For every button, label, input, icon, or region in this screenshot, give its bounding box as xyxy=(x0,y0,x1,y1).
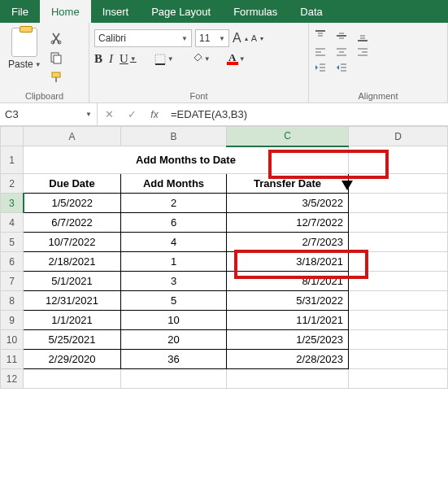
col-header-b[interactable]: B xyxy=(121,127,227,146)
cell[interactable]: 2/18/2021 xyxy=(24,252,121,272)
cell[interactable]: 3 xyxy=(121,272,227,291)
align-right-button[interactable] xyxy=(356,47,369,57)
cell[interactable] xyxy=(349,311,448,330)
row-header[interactable]: 4 xyxy=(1,213,24,233)
row-header[interactable]: 11 xyxy=(1,350,24,369)
cell[interactable]: 12/7/2022 xyxy=(227,213,349,233)
tab-data[interactable]: Data xyxy=(289,0,333,23)
cell[interactable] xyxy=(349,272,448,291)
cell[interactable]: 11/1/2021 xyxy=(227,311,349,330)
row-header[interactable]: 12 xyxy=(1,369,24,389)
cell[interactable]: 1/25/2023 xyxy=(227,330,349,350)
header-add-months[interactable]: Add Months xyxy=(121,174,227,194)
row-header[interactable]: 2 xyxy=(1,174,24,194)
shrink-font-button[interactable]: A xyxy=(251,33,257,43)
row-header[interactable]: 1 xyxy=(1,146,24,174)
decrease-indent-button[interactable] xyxy=(314,62,327,73)
cell[interactable] xyxy=(349,174,448,194)
font-size-combo[interactable]: 11 ▼ xyxy=(195,29,229,47)
cell[interactable] xyxy=(349,291,448,311)
cell[interactable]: 6 xyxy=(121,213,227,233)
row-header[interactable]: 3 xyxy=(1,194,24,213)
cell[interactable] xyxy=(349,369,448,389)
align-middle-button[interactable] xyxy=(335,29,348,42)
cell[interactable]: 10/7/2022 xyxy=(24,233,121,252)
row-header[interactable]: 10 xyxy=(1,330,24,350)
formula-enter-button[interactable]: ✓ xyxy=(120,108,143,120)
select-all-corner[interactable] xyxy=(1,127,24,146)
svg-rect-4 xyxy=(52,72,60,77)
name-box[interactable]: C3 ▼ xyxy=(0,103,98,125)
cut-button[interactable] xyxy=(48,31,64,46)
cell[interactable] xyxy=(349,146,448,174)
chevron-down-icon: ▼ xyxy=(219,35,225,42)
cell[interactable] xyxy=(349,194,448,213)
col-header-c[interactable]: C xyxy=(227,127,349,146)
col-header-a[interactable]: A xyxy=(24,127,121,146)
col-header-d[interactable]: D xyxy=(349,127,448,146)
bold-button[interactable]: B xyxy=(94,52,102,66)
font-color-button[interactable]: A ▼ xyxy=(227,54,246,65)
format-painter-button[interactable] xyxy=(48,70,64,85)
font-name-combo[interactable]: Calibri ▼ xyxy=(94,29,192,47)
cell[interactable] xyxy=(349,213,448,233)
row-header[interactable]: 8 xyxy=(1,291,24,311)
italic-button[interactable]: I xyxy=(109,52,113,66)
row-header[interactable]: 7 xyxy=(1,272,24,291)
align-bottom-button[interactable] xyxy=(356,29,369,42)
cell-c3[interactable]: 3/5/2022 xyxy=(227,194,349,213)
cell[interactable]: 36 xyxy=(121,350,227,369)
cell[interactable]: 20 xyxy=(121,330,227,350)
row-header[interactable]: 9 xyxy=(1,311,24,330)
cell-a3[interactable]: 1/5/2022 xyxy=(24,194,121,213)
cell[interactable] xyxy=(24,369,121,389)
cell[interactable]: 1 xyxy=(121,252,227,272)
row-header[interactable]: 5 xyxy=(1,233,24,252)
formula-cancel-button[interactable]: ✕ xyxy=(98,108,120,120)
underline-button[interactable]: U▼ xyxy=(120,52,137,66)
group-label-alignment: Alignment xyxy=(314,89,442,101)
cell[interactable]: 6/7/2022 xyxy=(24,213,121,233)
cell[interactable]: 2/28/2023 xyxy=(227,350,349,369)
increase-indent-button[interactable] xyxy=(335,62,348,73)
tab-page-layout[interactable]: Page Layout xyxy=(140,0,222,23)
insert-function-button[interactable]: fx xyxy=(143,109,166,120)
cell[interactable]: 10 xyxy=(121,311,227,330)
cell[interactable]: 4 xyxy=(121,233,227,252)
cell[interactable]: 5 xyxy=(121,291,227,311)
cell[interactable] xyxy=(349,252,448,272)
cell[interactable]: 5/1/2021 xyxy=(24,272,121,291)
align-top-button[interactable] xyxy=(314,29,327,42)
cell[interactable] xyxy=(349,350,448,369)
tab-home[interactable]: Home xyxy=(40,0,91,23)
cell[interactable]: 1/1/2021 xyxy=(24,311,121,330)
cell[interactable]: 5/25/2021 xyxy=(24,330,121,350)
sheet-title[interactable]: Add Months to Date xyxy=(24,146,349,174)
tab-insert[interactable]: Insert xyxy=(91,0,141,23)
copy-button[interactable] xyxy=(48,50,64,65)
cell[interactable]: 2/29/2020 xyxy=(24,350,121,369)
cell[interactable]: 2/7/2023 xyxy=(227,233,349,252)
header-due-date[interactable]: Due Date xyxy=(24,174,121,194)
cell[interactable] xyxy=(121,369,227,389)
cell[interactable]: 12/31/2021 xyxy=(24,291,121,311)
align-left-button[interactable] xyxy=(314,47,327,57)
fill-color-button[interactable]: ▼ xyxy=(192,53,211,65)
align-center-button[interactable] xyxy=(335,47,348,57)
borders-button[interactable]: ▼ xyxy=(154,54,174,65)
cell[interactable] xyxy=(227,369,349,389)
ribbon-group-alignment: Alignment xyxy=(309,23,448,102)
row-header[interactable]: 6 xyxy=(1,252,24,272)
tab-formulas[interactable]: Formulas xyxy=(222,0,289,23)
cell[interactable] xyxy=(349,233,448,252)
grow-font-button[interactable]: A xyxy=(233,31,241,46)
paste-button[interactable]: Paste ▼ xyxy=(5,26,45,89)
cell-b3[interactable]: 2 xyxy=(121,194,227,213)
cell[interactable]: 5/31/2022 xyxy=(227,291,349,311)
header-transfer-date[interactable]: Transfer Date xyxy=(227,174,349,194)
cell[interactable] xyxy=(349,330,448,350)
formula-input[interactable]: =EDATE(A3,B3) xyxy=(166,108,448,120)
tab-file[interactable]: File xyxy=(0,0,40,23)
cell[interactable]: 8/1/2021 xyxy=(227,272,349,291)
cell[interactable]: 3/18/2021 xyxy=(227,252,349,272)
